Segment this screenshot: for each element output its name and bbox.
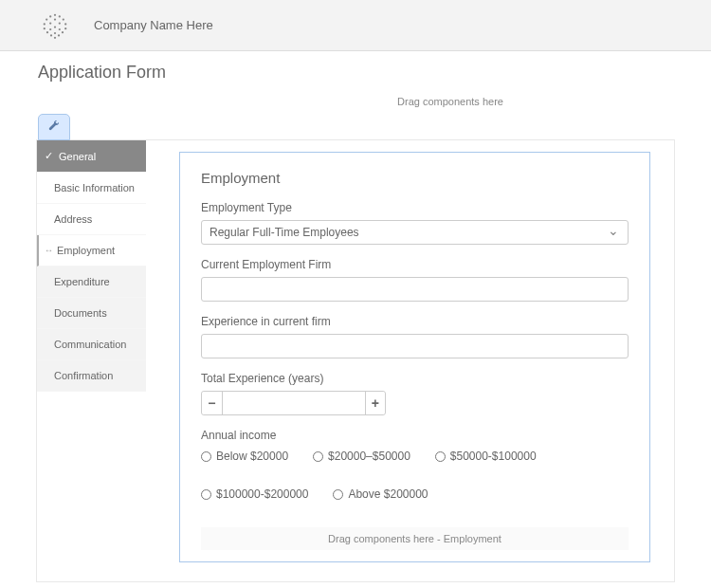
main-content: Employment Employment Type Regular Full-… xyxy=(146,140,674,581)
radio-option[interactable]: $20000–$50000 xyxy=(313,450,410,463)
label-annual-income: Annual income xyxy=(201,429,629,442)
sidebar-item-label: Basic Information xyxy=(54,182,135,193)
svg-point-7 xyxy=(49,22,51,24)
experience-current-input[interactable] xyxy=(201,334,629,358)
sidebar-item-expenditure[interactable]: Expenditure xyxy=(37,266,146,298)
stepper-decrement-button[interactable]: − xyxy=(202,392,223,414)
field-experience-current: Experience in current firm xyxy=(201,315,629,358)
footer-buttons: Reset Save Submit xyxy=(0,582,711,588)
drag-hint-panel: Drag components here - Employment xyxy=(201,527,629,550)
radio-option[interactable]: $50000-$100000 xyxy=(435,450,537,463)
label-experience-current: Experience in current firm xyxy=(201,315,629,328)
svg-point-16 xyxy=(62,31,64,33)
sidebar-item-documents[interactable]: Documents xyxy=(37,298,146,329)
svg-point-12 xyxy=(64,28,66,29)
sidebar-item-confirmation[interactable]: Confirmation xyxy=(37,360,146,392)
tools-tab[interactable] xyxy=(38,114,70,140)
radio-label: Above $200000 xyxy=(348,487,428,501)
radio-input[interactable] xyxy=(201,451,211,462)
employment-type-select[interactable]: Regular Full-Time Employees xyxy=(201,220,629,245)
svg-point-17 xyxy=(50,34,52,36)
drag-hint-top: Drag components here xyxy=(0,90,711,113)
svg-point-1 xyxy=(49,15,51,17)
total-experience-stepper: − + xyxy=(201,391,386,415)
radio-input[interactable] xyxy=(313,451,323,462)
svg-point-2 xyxy=(59,15,61,17)
page-title: Application Form xyxy=(0,51,711,90)
form-panel: Employment Employment Type Regular Full-… xyxy=(179,152,650,562)
field-employment-type: Employment Type Regular Full-Time Employ… xyxy=(201,201,629,245)
layout: General Basic Information Address Employ… xyxy=(36,139,675,582)
wrench-icon xyxy=(47,119,61,136)
svg-point-9 xyxy=(64,23,66,25)
label-employment-type: Employment Type xyxy=(201,201,629,214)
svg-point-15 xyxy=(59,28,61,29)
radio-option[interactable]: Below $20000 xyxy=(201,450,288,463)
top-bar: Company Name Here xyxy=(0,0,711,51)
sidebar-item-basic-information[interactable]: Basic Information xyxy=(37,173,146,204)
field-annual-income: Annual income Below $20000 $20000–$50000… xyxy=(201,429,629,501)
svg-point-10 xyxy=(44,28,46,29)
radio-option[interactable]: $100000-$200000 xyxy=(201,487,308,501)
radio-input[interactable] xyxy=(435,451,446,462)
label-employment-firm: Current Employment Firm xyxy=(201,258,629,271)
sidebar: General Basic Information Address Employ… xyxy=(37,140,146,581)
radio-label: $20000–$50000 xyxy=(328,450,410,463)
label-total-experience: Total Experience (years) xyxy=(201,372,629,385)
field-employment-firm: Current Employment Firm xyxy=(201,258,629,302)
sidebar-item-label: Employment xyxy=(57,245,115,256)
svg-point-20 xyxy=(54,36,56,38)
svg-point-5 xyxy=(63,18,64,20)
radio-label: $50000-$100000 xyxy=(450,450,537,463)
stepper-increment-button[interactable]: + xyxy=(365,392,386,414)
svg-point-6 xyxy=(44,23,46,25)
sidebar-item-general[interactable]: General xyxy=(37,140,146,173)
radio-label: $100000-$200000 xyxy=(216,487,308,501)
sidebar-item-label: General xyxy=(59,151,96,162)
sidebar-item-label: Address xyxy=(54,213,92,225)
select-wrap: Regular Full-Time Employees xyxy=(201,220,629,245)
sidebar-item-label: Confirmation xyxy=(54,370,113,381)
svg-point-19 xyxy=(58,34,60,36)
svg-point-8 xyxy=(59,22,61,24)
total-experience-input[interactable] xyxy=(223,392,365,414)
svg-point-13 xyxy=(46,31,48,33)
field-total-experience: Total Experience (years) − + xyxy=(201,372,629,415)
sidebar-item-address[interactable]: Address xyxy=(37,204,146,235)
employment-firm-input[interactable] xyxy=(201,277,629,302)
sidebar-item-label: Expenditure xyxy=(54,276,110,287)
sidebar-item-communication[interactable]: Communication xyxy=(37,329,146,360)
company-name: Company Name Here xyxy=(94,18,213,32)
radio-option[interactable]: Above $200000 xyxy=(333,487,428,501)
svg-point-0 xyxy=(54,13,56,15)
svg-point-4 xyxy=(54,18,56,20)
svg-point-14 xyxy=(49,28,51,29)
svg-point-3 xyxy=(46,18,47,20)
annual-income-options: Below $20000 $20000–$50000 $50000-$10000… xyxy=(201,450,629,501)
sidebar-item-label: Documents xyxy=(54,307,107,319)
sidebar-item-employment[interactable]: Employment xyxy=(37,235,146,266)
radio-input[interactable] xyxy=(333,489,343,500)
radio-label: Below $20000 xyxy=(216,450,288,463)
section-title: Employment xyxy=(201,170,629,186)
radio-input[interactable] xyxy=(201,489,211,500)
svg-point-11 xyxy=(54,26,56,28)
sidebar-item-label: Communication xyxy=(54,339,126,350)
svg-point-18 xyxy=(54,31,56,33)
company-logo xyxy=(40,10,70,41)
